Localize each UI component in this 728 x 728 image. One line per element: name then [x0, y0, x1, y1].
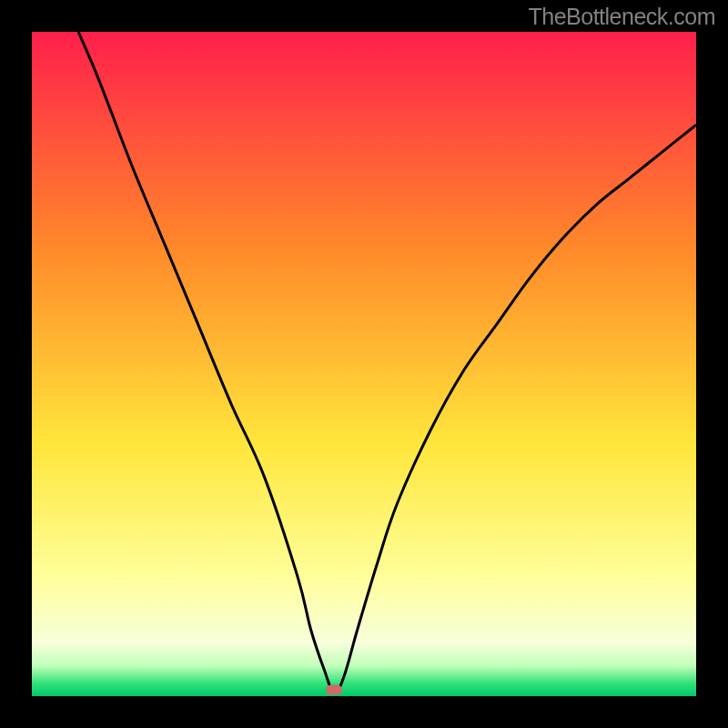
outer-frame: TheBottleneck.com — [0, 0, 728, 728]
plot-area — [32, 32, 696, 696]
chart-svg — [32, 32, 696, 696]
gradient-background — [32, 32, 696, 696]
attribution-text: TheBottleneck.com — [529, 4, 716, 30]
optimal-point-marker — [326, 684, 342, 694]
